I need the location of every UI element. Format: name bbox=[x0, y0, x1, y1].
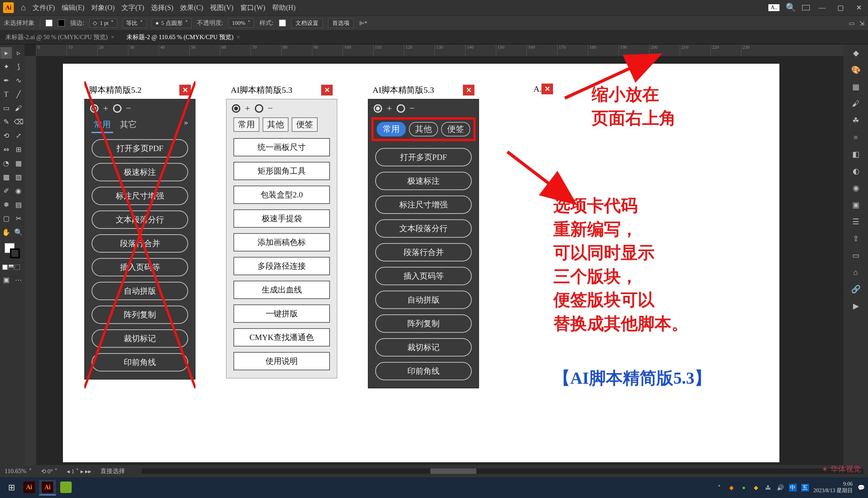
doc-setup-button[interactable]: 文档设置 bbox=[291, 18, 323, 28]
symbol-sprayer-tool[interactable]: ❅ bbox=[0, 199, 12, 210]
panel-toggle-icon[interactable]: ▭ bbox=[849, 20, 855, 27]
blend-tool[interactable]: ◉ bbox=[13, 185, 24, 197]
minus-icon[interactable]: − bbox=[268, 103, 273, 113]
menu-select[interactable]: 选择(S) bbox=[151, 3, 173, 12]
hand-tool[interactable]: ✋ bbox=[0, 227, 12, 238]
expand-icon[interactable]: ⇲ bbox=[859, 20, 864, 27]
direct-selection-tool[interactable]: ▹ bbox=[13, 47, 24, 59]
panel-a-btn[interactable]: 裁切标记 bbox=[92, 329, 188, 348]
scrollbar-h[interactable] bbox=[142, 468, 863, 474]
graphic-styles-panel-icon[interactable]: ▣ bbox=[850, 199, 862, 211]
color-mode-swatch[interactable] bbox=[2, 265, 8, 270]
prefs-button[interactable]: 首选项 bbox=[328, 18, 354, 28]
stroke-panel-icon[interactable]: ≡ bbox=[850, 131, 862, 143]
panel-a-btn[interactable]: 印前角线 bbox=[92, 353, 188, 371]
radio-off-icon[interactable] bbox=[397, 104, 405, 113]
taskbar-app-other[interactable] bbox=[57, 480, 74, 495]
panel-a-btn[interactable]: 自动拼版 bbox=[92, 282, 188, 300]
restore-button[interactable]: ▢ bbox=[834, 4, 847, 12]
panel-c-close-button[interactable]: ✕ bbox=[463, 85, 474, 95]
panel-b-btn[interactable]: 多段路径连接 bbox=[233, 257, 330, 275]
curvature-tool[interactable]: ∿ bbox=[13, 75, 24, 86]
magic-wand-tool[interactable]: ✦ bbox=[0, 61, 12, 72]
rotate-tool[interactable]: ⟲ bbox=[0, 130, 12, 141]
canvas[interactable]: 0102030405060708090100110120130140150160… bbox=[25, 44, 843, 465]
transparency-panel-icon[interactable]: ◐ bbox=[850, 165, 862, 177]
actions-panel-icon[interactable]: ▶ bbox=[850, 300, 862, 312]
shaper-tool[interactable]: ✎ bbox=[0, 116, 12, 128]
taskbar-app-ai-1[interactable]: Ai bbox=[21, 480, 38, 495]
plus-icon[interactable]: + bbox=[103, 103, 108, 113]
menu-view[interactable]: 视图(V) bbox=[210, 3, 233, 12]
pen-tool[interactable]: ✒ bbox=[0, 75, 12, 86]
none-mode-swatch[interactable] bbox=[15, 265, 20, 270]
panel-b-btn[interactable]: 矩形圆角工具 bbox=[233, 162, 330, 180]
properties-panel-icon[interactable]: ◆ bbox=[850, 47, 862, 59]
panel-d-close-button[interactable]: ✕ bbox=[541, 84, 553, 94]
panel-a-btn[interactable]: 标注尺寸增强 bbox=[92, 187, 188, 205]
rotate-view[interactable]: ⟲ 0° ˅ bbox=[41, 468, 57, 475]
menu-effect[interactable]: 效果(C) bbox=[180, 3, 203, 12]
panel-b-btn[interactable]: 使用说明 bbox=[233, 352, 330, 370]
gradient-mode-swatch[interactable] bbox=[8, 265, 14, 270]
links-panel-icon[interactable]: 🔗 bbox=[850, 283, 862, 295]
style-swatch[interactable] bbox=[279, 20, 286, 26]
free-transform-tool[interactable]: ⊞ bbox=[13, 144, 24, 155]
panel-a-tab-2[interactable]: 其它 bbox=[118, 117, 139, 133]
close-icon[interactable]: × bbox=[111, 34, 114, 40]
chevron-right-icon[interactable]: » bbox=[184, 117, 188, 133]
radio-off-icon[interactable] bbox=[113, 104, 121, 113]
gradient-tool[interactable]: ▨ bbox=[13, 171, 24, 183]
notifications-icon[interactable]: 💬 bbox=[857, 484, 865, 491]
panel-b-btn[interactable]: 包装盒型2.0 bbox=[233, 186, 330, 204]
zoom-tool[interactable]: 🔍 bbox=[13, 227, 24, 238]
type-tool[interactable]: T bbox=[0, 89, 12, 100]
menu-object[interactable]: 对象(O) bbox=[91, 3, 115, 12]
minus-icon[interactable]: − bbox=[410, 103, 415, 113]
shape-builder-tool[interactable]: ◔ bbox=[0, 158, 12, 169]
panel-c-tab-2[interactable]: 其他 bbox=[409, 122, 438, 136]
close-button[interactable]: ✕ bbox=[853, 4, 865, 12]
edit-toolbar-icon[interactable]: ⋯ bbox=[13, 274, 24, 286]
rectangle-tool[interactable]: ▭ bbox=[0, 102, 12, 114]
layers-panel-icon[interactable]: ☰ bbox=[850, 215, 862, 228]
asset-export-panel-icon[interactable]: ⇪ bbox=[850, 232, 862, 245]
artboard-nav[interactable]: ◂ 1 ˅ ▸ ▸▸ bbox=[67, 468, 91, 475]
panel-c-btn[interactable]: 印前角线 bbox=[375, 362, 472, 380]
panel-a-tab-1[interactable]: 常用 bbox=[92, 117, 113, 133]
radio-on-icon[interactable] bbox=[232, 104, 240, 113]
symbols-panel-icon[interactable]: ☘ bbox=[850, 114, 862, 127]
doc-tab-2[interactable]: 未标题-2 @ 110.65 % (CMYK/CPU 预览)× bbox=[125, 31, 241, 44]
scale-mode-combo[interactable]: 等比 ˅ bbox=[123, 18, 146, 28]
tray-shield-icon[interactable]: ◆ bbox=[728, 484, 735, 491]
panel-a-close-button[interactable]: ✕ bbox=[179, 85, 191, 95]
appearance-panel-icon[interactable]: ◉ bbox=[850, 182, 862, 194]
panel-c-btn[interactable]: 自动拼版 bbox=[375, 291, 472, 309]
eraser-tool[interactable]: ⌫ bbox=[13, 116, 24, 128]
lasso-tool[interactable]: ⟆ bbox=[13, 61, 24, 72]
panel-c-tab-3[interactable]: 便签 bbox=[441, 122, 470, 136]
tray-up-icon[interactable]: ˄ bbox=[715, 484, 723, 491]
tray-app-icon-2[interactable]: ◆ bbox=[752, 484, 760, 491]
align-icon[interactable]: ⊫* bbox=[359, 20, 368, 27]
menu-type[interactable]: 文字(T) bbox=[121, 3, 144, 12]
panel-c-btn[interactable]: 文本段落分行 bbox=[375, 219, 472, 238]
panel-b-tab-2[interactable]: 其他 bbox=[263, 117, 289, 132]
home-icon[interactable]: ⌂ bbox=[21, 3, 26, 13]
taskbar-app-ai-2[interactable]: Ai bbox=[39, 480, 56, 495]
radio-on-icon[interactable] bbox=[374, 104, 382, 113]
workspace-icon[interactable] bbox=[802, 5, 810, 10]
radio-off-icon[interactable] bbox=[255, 104, 263, 113]
panel-c-btn[interactable]: 阵列复制 bbox=[375, 314, 472, 333]
tray-volume-icon[interactable]: 🔊 bbox=[777, 484, 784, 491]
fill-swatch[interactable] bbox=[46, 20, 53, 26]
fill-stroke-control[interactable] bbox=[5, 243, 20, 258]
panel-a-btn[interactable]: 文本段落分行 bbox=[92, 210, 188, 229]
tray-network-icon[interactable]: 🖧 bbox=[765, 484, 772, 491]
panel-c-btn[interactable]: 打开多页PDF bbox=[375, 148, 472, 166]
plus-icon[interactable]: + bbox=[387, 103, 392, 113]
doc-tab-1[interactable]: 未标题-2.ai @ 50 % (CMYK/CPU 预览)× bbox=[4, 31, 116, 44]
minus-icon[interactable]: − bbox=[126, 103, 131, 113]
panel-b-btn[interactable]: 一键拼版 bbox=[233, 304, 330, 323]
swatches-panel-icon[interactable]: ▦ bbox=[850, 81, 862, 93]
